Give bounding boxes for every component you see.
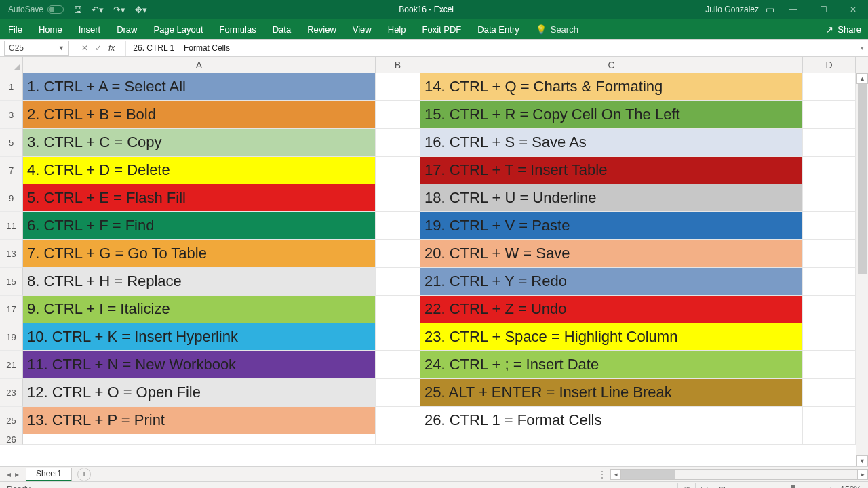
tab-insert[interactable]: Insert: [71, 19, 109, 39]
close-button[interactable]: ✕: [838, 0, 868, 19]
row-header[interactable]: 5: [0, 129, 23, 157]
cell[interactable]: [376, 323, 420, 351]
cell[interactable]: 18. CTRL + U = Underline: [420, 184, 803, 212]
cell[interactable]: [803, 157, 856, 184]
scroll-right-icon[interactable]: ▸: [857, 469, 868, 480]
row-header[interactable]: 21: [0, 351, 23, 379]
cell[interactable]: [803, 129, 856, 157]
tab-data[interactable]: Data: [264, 19, 299, 39]
cell[interactable]: 21. CTRL + Y = Redo: [420, 268, 803, 296]
column-header-b[interactable]: B: [376, 57, 420, 73]
row-header[interactable]: 3: [0, 101, 23, 129]
cell[interactable]: 20. CTRL + W = Save: [420, 240, 803, 268]
cell[interactable]: [803, 296, 856, 323]
cell[interactable]: [376, 157, 420, 184]
row-header[interactable]: 9: [0, 184, 23, 212]
undo-icon[interactable]: ↶▾: [92, 5, 104, 15]
insert-function-button[interactable]: fx: [108, 43, 115, 53]
tab-page-layout[interactable]: Page Layout: [146, 19, 212, 39]
autosave-toggle[interactable]: AutoSave: [8, 5, 64, 14]
cell[interactable]: [803, 323, 856, 351]
cell[interactable]: [376, 379, 420, 407]
cell[interactable]: 3. CTRL + C = Copy: [23, 129, 376, 157]
row-header[interactable]: 17: [0, 296, 23, 323]
tab-formulas[interactable]: Formulas: [212, 19, 264, 39]
tab-foxit-pdf[interactable]: Foxit PDF: [414, 19, 470, 39]
cell[interactable]: 4. CTRL + D = Delete: [23, 157, 376, 184]
row-header[interactable]: 7: [0, 157, 23, 184]
cell[interactable]: [376, 268, 420, 296]
cell[interactable]: [376, 296, 420, 323]
tab-data-entry[interactable]: Data Entry: [469, 19, 527, 39]
cell[interactable]: [376, 351, 420, 379]
share-button[interactable]: ↗ Share: [826, 24, 861, 35]
cell[interactable]: [376, 407, 420, 434]
cell[interactable]: [376, 240, 420, 268]
scroll-thumb[interactable]: [858, 84, 867, 274]
minimize-button[interactable]: —: [778, 0, 808, 19]
cell[interactable]: 5. CTRL + E = Flash Fill: [23, 184, 376, 212]
scroll-down-icon[interactable]: ▼: [856, 455, 868, 466]
select-all-triangle[interactable]: [0, 57, 23, 73]
sheet-nav[interactable]: ◂▸: [0, 470, 26, 479]
scroll-left-icon[interactable]: ◂: [610, 469, 621, 480]
cell[interactable]: [376, 212, 420, 240]
cell[interactable]: 23. CTRL + Space = Highlight Column: [420, 323, 803, 351]
row-header[interactable]: 13: [0, 240, 23, 268]
row-header[interactable]: 19: [0, 323, 23, 351]
zoom-out-button[interactable]: −: [738, 485, 749, 489]
row-header[interactable]: 1: [0, 73, 23, 101]
name-box[interactable]: C25 ▼: [4, 41, 69, 56]
cell[interactable]: 11. CTRL + N = New Workbook: [23, 351, 376, 379]
cell[interactable]: 1. CTRL + A = Select All: [23, 73, 376, 101]
cell[interactable]: 19. CTRL + V = Paste: [420, 212, 803, 240]
view-normal-icon[interactable]: ▦: [677, 483, 695, 489]
tab-draw[interactable]: Draw: [108, 19, 145, 39]
row-header[interactable]: 11: [0, 212, 23, 240]
cell[interactable]: 15. CTRL + R = Copy Cell On The Left: [420, 101, 803, 129]
cell[interactable]: [803, 434, 856, 445]
zoom-level[interactable]: 150%: [840, 485, 861, 489]
scroll-up-icon[interactable]: ▲: [856, 73, 868, 84]
cell[interactable]: [803, 212, 856, 240]
cell[interactable]: [803, 407, 856, 434]
scroll-track[interactable]: [856, 84, 868, 455]
cell[interactable]: 17. CTRL + T = Insert Table: [420, 157, 803, 184]
row-header[interactable]: 25: [0, 407, 23, 434]
tell-me-search[interactable]: 💡 Search: [528, 19, 587, 39]
column-header-a[interactable]: A: [23, 57, 376, 73]
redo-icon[interactable]: ↷▾: [113, 5, 125, 15]
cell[interactable]: 24. CTRL + ; = Insert Date: [420, 351, 803, 379]
cell[interactable]: 6. CTRL + F = Find: [23, 212, 376, 240]
cell[interactable]: [376, 101, 420, 129]
cell[interactable]: 8. CTRL + H = Replace: [23, 268, 376, 296]
tab-home[interactable]: Home: [31, 19, 71, 39]
cell[interactable]: [803, 240, 856, 268]
cell[interactable]: [376, 129, 420, 157]
hscroll-track[interactable]: [621, 469, 857, 480]
vertical-scrollbar[interactable]: ▲ ▼: [856, 73, 868, 466]
cell[interactable]: [376, 184, 420, 212]
cell[interactable]: [803, 268, 856, 296]
zoom-in-button[interactable]: +: [825, 485, 836, 489]
cell[interactable]: 14. CTRL + Q = Charts & Formating: [420, 73, 803, 101]
touch-mode-icon[interactable]: ✥▾: [135, 5, 147, 15]
cancel-icon[interactable]: ✕: [81, 43, 88, 53]
cell[interactable]: [376, 73, 420, 101]
cell[interactable]: 2. CTRL + B = Bold: [23, 101, 376, 129]
horizontal-scrollbar[interactable]: ◂ ▸: [610, 469, 868, 480]
cell[interactable]: [803, 379, 856, 407]
cell[interactable]: 13. CTRL + P = Print: [23, 407, 376, 434]
prev-sheet-icon[interactable]: ◂: [7, 470, 11, 479]
cell[interactable]: 22. CTRL + Z = Undo: [420, 296, 803, 323]
cell[interactable]: [803, 73, 856, 101]
tab-help[interactable]: Help: [380, 19, 414, 39]
row-header[interactable]: 23: [0, 379, 23, 407]
ribbon-options-icon[interactable]: ▭: [766, 4, 774, 15]
cell[interactable]: 10. CTRL + K = Insert Hyperlink: [23, 323, 376, 351]
cell[interactable]: [420, 434, 803, 445]
enter-icon[interactable]: ✓: [95, 43, 102, 53]
row-header[interactable]: 26: [0, 434, 23, 445]
cell[interactable]: [376, 434, 420, 445]
view-page-break-icon[interactable]: ⊞: [713, 483, 730, 489]
